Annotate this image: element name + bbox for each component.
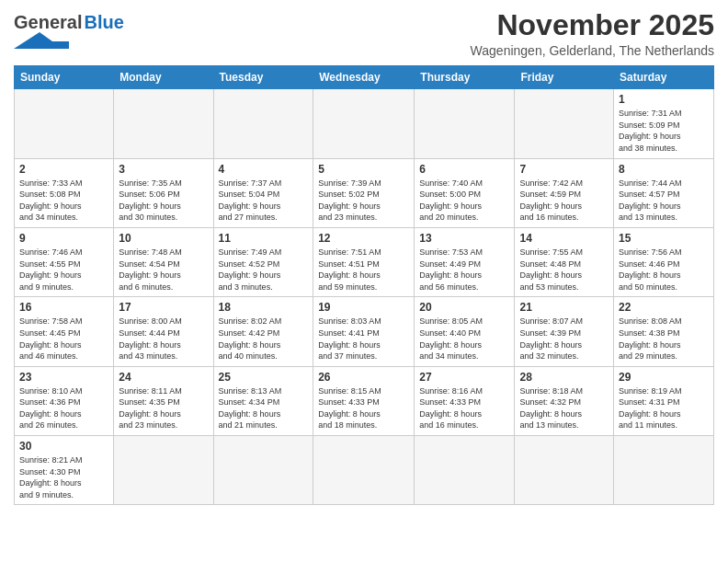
day-info: Sunrise: 8:07 AM Sunset: 4:39 PM Dayligh… <box>519 316 609 362</box>
calendar-cell: 20Sunrise: 8:05 AM Sunset: 4:40 PM Dayli… <box>415 297 515 366</box>
calendar-cell: 11Sunrise: 7:49 AM Sunset: 4:52 PM Dayli… <box>213 227 313 296</box>
calendar-week-6: 30Sunrise: 8:21 AM Sunset: 4:30 PM Dayli… <box>15 436 714 505</box>
day-info: Sunrise: 8:21 AM Sunset: 4:30 PM Dayligh… <box>19 454 108 500</box>
page: General Blue November 2025 Wageningen, G… <box>0 0 728 563</box>
day-number: 7 <box>519 163 609 176</box>
day-info: Sunrise: 8:05 AM Sunset: 4:40 PM Dayligh… <box>419 316 509 362</box>
day-info: Sunrise: 7:35 AM Sunset: 5:06 PM Dayligh… <box>119 178 208 224</box>
day-info: Sunrise: 8:02 AM Sunset: 4:42 PM Dayligh… <box>219 316 309 362</box>
day-info: Sunrise: 8:10 AM Sunset: 4:36 PM Dayligh… <box>19 385 108 431</box>
calendar-cell: 28Sunrise: 8:18 AM Sunset: 4:32 PM Dayli… <box>515 366 614 435</box>
calendar-cell <box>415 89 515 158</box>
logo-blue: Blue <box>84 13 123 31</box>
day-info: Sunrise: 8:15 AM Sunset: 4:33 PM Dayligh… <box>318 385 409 431</box>
header-wednesday: Wednesday <box>313 66 415 89</box>
calendar-cell: 17Sunrise: 8:00 AM Sunset: 4:44 PM Dayli… <box>114 297 213 366</box>
calendar-cell: 4Sunrise: 7:37 AM Sunset: 5:04 PM Daylig… <box>213 158 313 227</box>
day-info: Sunrise: 7:33 AM Sunset: 5:08 PM Dayligh… <box>19 178 108 224</box>
day-number: 22 <box>619 301 709 314</box>
day-number: 14 <box>519 232 609 245</box>
calendar-cell: 27Sunrise: 8:16 AM Sunset: 4:33 PM Dayli… <box>415 366 515 435</box>
calendar-cell: 18Sunrise: 8:02 AM Sunset: 4:42 PM Dayli… <box>213 297 313 366</box>
calendar-cell: 13Sunrise: 7:53 AM Sunset: 4:49 PM Dayli… <box>415 227 515 296</box>
calendar-week-3: 9Sunrise: 7:46 AM Sunset: 4:55 PM Daylig… <box>15 227 714 296</box>
calendar: Sunday Monday Tuesday Wednesday Thursday… <box>14 65 714 505</box>
day-info: Sunrise: 7:49 AM Sunset: 4:52 PM Dayligh… <box>219 247 309 293</box>
calendar-cell: 16Sunrise: 7:58 AM Sunset: 4:45 PM Dayli… <box>15 297 114 366</box>
day-number: 27 <box>419 371 509 384</box>
day-info: Sunrise: 8:13 AM Sunset: 4:34 PM Dayligh… <box>219 385 309 431</box>
calendar-cell: 12Sunrise: 7:51 AM Sunset: 4:51 PM Dayli… <box>313 227 415 296</box>
calendar-cell: 29Sunrise: 8:19 AM Sunset: 4:31 PM Dayli… <box>614 366 714 435</box>
weekday-header-row: Sunday Monday Tuesday Wednesday Thursday… <box>15 66 714 89</box>
day-number: 19 <box>318 301 409 314</box>
day-info: Sunrise: 8:18 AM Sunset: 4:32 PM Dayligh… <box>519 385 609 431</box>
calendar-cell: 30Sunrise: 8:21 AM Sunset: 4:30 PM Dayli… <box>15 436 114 505</box>
header-thursday: Thursday <box>415 66 515 89</box>
day-number: 6 <box>419 163 509 176</box>
calendar-cell <box>313 436 415 505</box>
calendar-cell: 9Sunrise: 7:46 AM Sunset: 4:55 PM Daylig… <box>15 227 114 296</box>
day-number: 1 <box>619 93 709 106</box>
logo-general: General <box>14 13 82 31</box>
day-number: 10 <box>119 232 208 245</box>
day-number: 2 <box>19 163 108 176</box>
svg-marker-2 <box>40 32 52 41</box>
calendar-cell: 21Sunrise: 8:07 AM Sunset: 4:39 PM Dayli… <box>515 297 614 366</box>
calendar-week-2: 2Sunrise: 7:33 AM Sunset: 5:08 PM Daylig… <box>15 158 714 227</box>
day-info: Sunrise: 7:31 AM Sunset: 5:09 PM Dayligh… <box>619 108 709 154</box>
day-number: 24 <box>119 371 208 384</box>
day-info: Sunrise: 7:53 AM Sunset: 4:49 PM Dayligh… <box>419 247 509 293</box>
calendar-cell <box>415 436 515 505</box>
day-number: 28 <box>519 371 609 384</box>
header-saturday: Saturday <box>614 66 714 89</box>
calendar-cell <box>114 89 213 158</box>
day-number: 9 <box>19 232 108 245</box>
day-info: Sunrise: 8:11 AM Sunset: 4:35 PM Dayligh… <box>119 385 208 431</box>
svg-rect-1 <box>40 41 69 49</box>
day-number: 30 <box>19 440 108 453</box>
day-info: Sunrise: 8:03 AM Sunset: 4:41 PM Dayligh… <box>318 316 409 362</box>
logo-icon <box>14 32 69 49</box>
calendar-cell: 8Sunrise: 7:44 AM Sunset: 4:57 PM Daylig… <box>614 158 714 227</box>
header-monday: Monday <box>114 66 213 89</box>
calendar-cell: 15Sunrise: 7:56 AM Sunset: 4:46 PM Dayli… <box>614 227 714 296</box>
day-info: Sunrise: 7:55 AM Sunset: 4:48 PM Dayligh… <box>519 247 609 293</box>
calendar-cell: 6Sunrise: 7:40 AM Sunset: 5:00 PM Daylig… <box>415 158 515 227</box>
day-info: Sunrise: 7:51 AM Sunset: 4:51 PM Dayligh… <box>318 247 409 293</box>
header-tuesday: Tuesday <box>213 66 313 89</box>
day-info: Sunrise: 7:48 AM Sunset: 4:54 PM Dayligh… <box>119 247 208 293</box>
day-info: Sunrise: 7:58 AM Sunset: 4:45 PM Dayligh… <box>19 316 108 362</box>
day-number: 26 <box>318 371 409 384</box>
calendar-cell <box>114 436 213 505</box>
day-info: Sunrise: 7:37 AM Sunset: 5:04 PM Dayligh… <box>219 178 309 224</box>
calendar-cell <box>614 436 714 505</box>
day-info: Sunrise: 8:08 AM Sunset: 4:38 PM Dayligh… <box>619 316 709 362</box>
day-number: 5 <box>318 163 409 176</box>
day-info: Sunrise: 8:19 AM Sunset: 4:31 PM Dayligh… <box>619 385 709 431</box>
day-number: 18 <box>219 301 309 314</box>
day-number: 17 <box>119 301 208 314</box>
day-number: 20 <box>419 301 509 314</box>
day-number: 23 <box>19 371 108 384</box>
header-sunday: Sunday <box>15 66 114 89</box>
calendar-cell: 10Sunrise: 7:48 AM Sunset: 4:54 PM Dayli… <box>114 227 213 296</box>
calendar-cell: 25Sunrise: 8:13 AM Sunset: 4:34 PM Dayli… <box>213 366 313 435</box>
day-number: 11 <box>219 232 309 245</box>
title-section: November 2025 Wageningen, Gelderland, Th… <box>471 9 714 58</box>
calendar-cell: 5Sunrise: 7:39 AM Sunset: 5:02 PM Daylig… <box>313 158 415 227</box>
calendar-cell <box>313 89 415 158</box>
day-number: 13 <box>419 232 509 245</box>
calendar-cell: 23Sunrise: 8:10 AM Sunset: 4:36 PM Dayli… <box>15 366 114 435</box>
day-number: 15 <box>619 232 709 245</box>
day-info: Sunrise: 7:40 AM Sunset: 5:00 PM Dayligh… <box>419 178 509 224</box>
header-friday: Friday <box>515 66 614 89</box>
calendar-cell <box>213 436 313 505</box>
day-number: 29 <box>619 371 709 384</box>
calendar-cell: 2Sunrise: 7:33 AM Sunset: 5:08 PM Daylig… <box>15 158 114 227</box>
logo: General Blue <box>14 13 124 49</box>
header: General Blue November 2025 Wageningen, G… <box>14 9 714 58</box>
calendar-cell: 3Sunrise: 7:35 AM Sunset: 5:06 PM Daylig… <box>114 158 213 227</box>
day-number: 12 <box>318 232 409 245</box>
calendar-week-5: 23Sunrise: 8:10 AM Sunset: 4:36 PM Dayli… <box>15 366 714 435</box>
